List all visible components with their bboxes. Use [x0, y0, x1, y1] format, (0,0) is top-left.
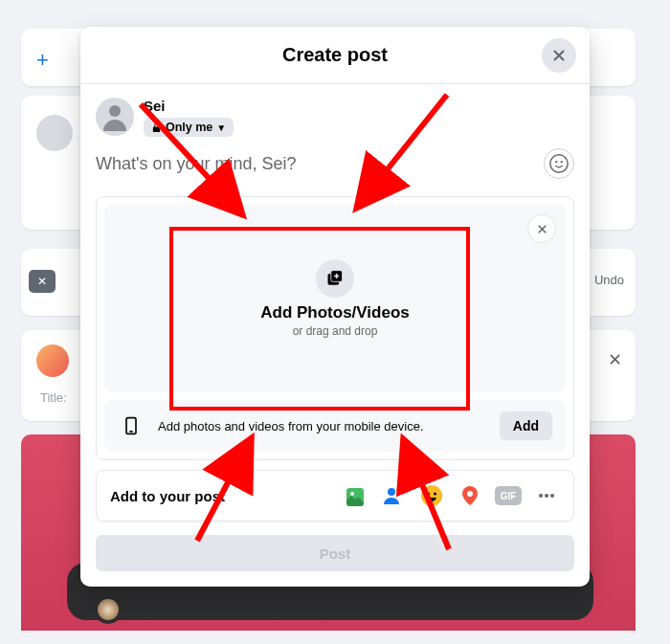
emoji-button[interactable] [544, 148, 574, 179]
location-icon [458, 484, 481, 507]
upload-icon-circle [316, 259, 354, 298]
avatar [36, 115, 73, 151]
close-icon [535, 222, 549, 236]
mobile-upload-row: Add photos and videos from your mobile d… [104, 400, 566, 452]
modal-header: Create post [80, 27, 590, 84]
upload-label: Add Photos/Videos [260, 303, 410, 322]
person-icon [98, 100, 132, 134]
post-button[interactable]: Post [96, 535, 574, 571]
lock-icon [151, 122, 162, 133]
upload-sublabel: or drag and drop [293, 324, 378, 338]
avatar [94, 595, 123, 624]
addons-label: Add to your post [110, 488, 342, 504]
plus-icon: + [36, 48, 49, 73]
close-icon: ✕ [608, 349, 622, 370]
svg-point-2 [556, 162, 557, 163]
gif-icon: GIF [495, 486, 522, 505]
svg-point-15 [467, 491, 473, 497]
add-photo-icon [325, 269, 345, 288]
more-addon[interactable] [533, 482, 560, 509]
tag-people-icon [382, 484, 405, 507]
user-avatar[interactable] [96, 98, 134, 136]
svg-point-11 [397, 488, 402, 493]
svg-point-18 [539, 494, 543, 498]
phone-icon [118, 412, 145, 439]
feeling-addon[interactable] [418, 482, 445, 509]
close-button[interactable] [542, 38, 576, 73]
svg-point-3 [561, 162, 562, 163]
more-icon [535, 484, 558, 507]
svg-point-13 [427, 493, 430, 496]
undo-label: Undo [594, 273, 624, 287]
chevron-down-icon: ▼ [216, 122, 226, 133]
modal-title: Create post [282, 44, 388, 66]
remove-icon: ✕ [29, 270, 56, 293]
create-post-modal: Create post Sei Only me ▼ What's on your… [80, 27, 590, 587]
smile-icon [548, 153, 570, 174]
addons-row: Add to your post GIF [96, 470, 574, 522]
mobile-add-button[interactable]: Add [500, 411, 552, 440]
upload-dropzone[interactable]: Add Photos/Videos or drag and drop [104, 205, 566, 392]
privacy-selector[interactable]: Only me ▼ [144, 118, 234, 137]
user-row: Sei Only me ▼ [80, 84, 590, 144]
user-name: Sei [144, 98, 234, 114]
svg-point-12 [421, 485, 442, 506]
gif-addon[interactable]: GIF [495, 482, 522, 509]
upload-section: Add Photos/Videos or drag and drop Add p… [96, 196, 574, 460]
location-addon[interactable] [457, 482, 483, 509]
avatar [36, 344, 69, 377]
privacy-label: Only me [166, 121, 212, 134]
svg-point-0 [109, 105, 121, 117]
title-placeholder: Title: [40, 390, 67, 405]
photo-addon[interactable] [342, 482, 368, 509]
svg-text:GIF: GIF [501, 491, 517, 501]
svg-point-9 [350, 492, 354, 496]
svg-point-20 [550, 494, 554, 498]
upload-close-button[interactable] [527, 214, 556, 243]
svg-point-19 [545, 494, 548, 498]
tag-people-addon[interactable] [380, 482, 407, 509]
composer: What's on your mind, Sei? [80, 144, 590, 185]
svg-point-14 [434, 493, 436, 496]
photo-icon [344, 484, 367, 507]
svg-point-10 [388, 488, 395, 496]
mobile-upload-text: Add photos and videos from your mobile d… [158, 419, 486, 433]
composer-input[interactable]: What's on your mind, Sei? [96, 154, 297, 174]
close-icon [549, 46, 569, 65]
svg-point-1 [550, 155, 568, 172]
feeling-icon [420, 484, 443, 507]
